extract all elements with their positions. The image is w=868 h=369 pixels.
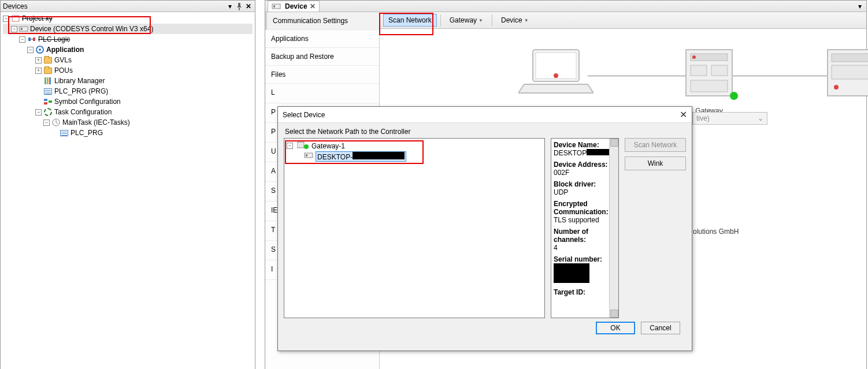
collapse-icon[interactable]: − <box>43 120 50 126</box>
company-label: olutions GmbH <box>693 228 739 236</box>
svg-rect-37 <box>306 154 307 156</box>
svg-rect-23 <box>691 65 707 76</box>
redacted-text <box>554 263 589 283</box>
collapse-icon[interactable]: − <box>27 47 34 53</box>
collapse-icon[interactable]: − <box>19 36 25 43</box>
svg-point-35 <box>304 144 309 149</box>
info-device-address-value: 002F <box>554 169 616 177</box>
folder-icon <box>43 55 53 65</box>
info-serial-key: Serial number: <box>554 255 616 263</box>
chevron-down-icon: ⌄ <box>758 114 763 122</box>
svg-rect-29 <box>832 65 868 79</box>
collapse-icon[interactable]: − <box>35 109 42 115</box>
scroll-up-icon[interactable] <box>610 139 618 147</box>
svg-rect-34 <box>297 142 304 148</box>
svg-point-19 <box>554 73 558 78</box>
devices-panel-title: Devices <box>3 2 225 10</box>
nav-item-truncated[interactable]: L <box>265 84 379 103</box>
tree-node-plc-prg-2[interactable]: PLC_PRG <box>71 129 103 137</box>
info-device-name-value: DESKTOP <box>554 149 616 157</box>
device-node-icon <box>304 151 313 162</box>
redacted-text <box>587 149 612 155</box>
library-icon <box>43 76 53 85</box>
scan-network-button[interactable]: Scan Network <box>625 138 686 152</box>
svg-rect-25 <box>691 80 728 92</box>
tree-node-maintask[interactable]: MainTask (IEC-Tasks) <box>62 118 130 126</box>
info-block-driver-key: Block driver: <box>554 180 616 188</box>
tab-device[interactable]: Device ✕ <box>268 1 320 12</box>
cancel-button[interactable]: Cancel <box>641 322 680 334</box>
device-icon <box>19 24 28 33</box>
scroll-down-icon[interactable] <box>610 310 618 318</box>
tree-node-plc-logic[interactable]: PLC Logic <box>38 35 70 43</box>
info-encrypted-comm-value: TLS supported <box>554 216 616 224</box>
svg-rect-9 <box>47 77 49 84</box>
tree-node-project[interactable]: Project xy <box>22 14 53 23</box>
dialog-title: Select Device <box>283 111 325 119</box>
info-channels-key: Number of channels: <box>554 228 616 244</box>
devices-panel: Devices ▾ ✕ −Project xy −Device (CODESYS… <box>0 0 255 369</box>
tree-node-library-manager[interactable]: Library Manager <box>54 77 105 85</box>
svg-rect-3 <box>21 28 23 30</box>
svg-rect-12 <box>44 102 47 105</box>
ok-button[interactable]: OK <box>596 322 635 334</box>
svg-rect-21 <box>691 54 728 61</box>
wink-button[interactable]: Wink <box>625 156 686 170</box>
editor-tab-bar: Device ✕ ▾ <box>265 1 866 12</box>
dropdown-icon[interactable]: ▾ <box>856 2 864 10</box>
tree-node-device[interactable]: Device (CODESYS Control Win V3 x64) <box>30 25 153 33</box>
tree-node-symbol-config[interactable]: Symbol Configuration <box>54 98 121 106</box>
tree-node-pous[interactable]: POUs <box>54 66 73 74</box>
dropdown-icon[interactable]: ▾ <box>226 2 234 10</box>
nav-communication-settings[interactable]: Communication Settings <box>265 12 379 30</box>
svg-rect-27 <box>832 54 868 62</box>
gateway-dropdown[interactable]: Gateway▼ <box>444 14 488 27</box>
devices-tree[interactable]: −Project xy −Device (CODESYS Control Win… <box>1 12 255 139</box>
dialog-footer: OK Cancel <box>284 318 686 334</box>
nav-applications[interactable]: Applications <box>265 30 379 48</box>
tree-node-gvls[interactable]: GVLs <box>54 56 72 64</box>
status-online-icon <box>730 92 738 100</box>
collapse-icon[interactable]: − <box>11 26 17 32</box>
tree-node-task-config[interactable]: Task Configuration <box>54 108 112 116</box>
tree-node-gateway[interactable]: Gateway-1 <box>311 142 345 150</box>
nav-files[interactable]: Files <box>265 66 379 84</box>
collapse-icon[interactable]: − <box>287 143 293 149</box>
svg-rect-10 <box>49 77 51 84</box>
chevron-down-icon: ▼ <box>524 18 529 23</box>
gateway-icon: Gateway <box>680 47 738 115</box>
info-channels-value: 4 <box>554 244 616 252</box>
svg-rect-8 <box>44 77 46 84</box>
devices-panel-header: Devices ▾ ✕ <box>1 1 255 12</box>
svg-rect-1 <box>12 16 19 17</box>
separator <box>440 14 441 26</box>
plc-icon <box>825 47 868 105</box>
info-serial-value <box>554 263 616 285</box>
combo-value: tive) <box>696 114 710 122</box>
truncated-combobox[interactable]: tive) ⌄ <box>692 112 767 125</box>
close-icon[interactable]: ✕ <box>244 2 253 10</box>
device-dropdown[interactable]: Device▼ <box>496 14 534 27</box>
tree-node-plc-prg[interactable]: PLC_PRG (PRG) <box>54 87 108 95</box>
dialog-titlebar[interactable]: Select Device ✕ <box>278 107 692 123</box>
dialog-button-column: Scan Network Wink <box>625 138 686 318</box>
tree-node-application[interactable]: Application <box>46 46 84 54</box>
expand-icon[interactable]: + <box>35 68 42 74</box>
network-tree-pane[interactable]: − Gateway-1 DESKTOP- <box>284 138 545 318</box>
task-config-icon <box>43 107 53 117</box>
nav-backup-restore[interactable]: Backup and Restore <box>265 48 379 66</box>
scan-network-button[interactable]: Scan Network <box>383 14 437 27</box>
gateway-label: Gateway <box>450 16 477 24</box>
scrollbar[interactable] <box>609 139 618 318</box>
program-icon <box>60 128 69 137</box>
pin-icon[interactable] <box>235 2 243 10</box>
expand-icon[interactable]: + <box>35 57 42 64</box>
device-info-pane: Device Name: DESKTOP Device Address: 002… <box>551 138 619 318</box>
tree-node-desktop[interactable]: DESKTOP- <box>316 151 406 162</box>
collapse-icon[interactable]: − <box>3 16 9 22</box>
task-icon <box>51 118 61 127</box>
dialog-close-icon[interactable]: ✕ <box>680 109 687 120</box>
tab-close-icon[interactable]: ✕ <box>310 2 316 10</box>
laptop-icon <box>518 47 593 99</box>
svg-point-22 <box>692 55 696 59</box>
